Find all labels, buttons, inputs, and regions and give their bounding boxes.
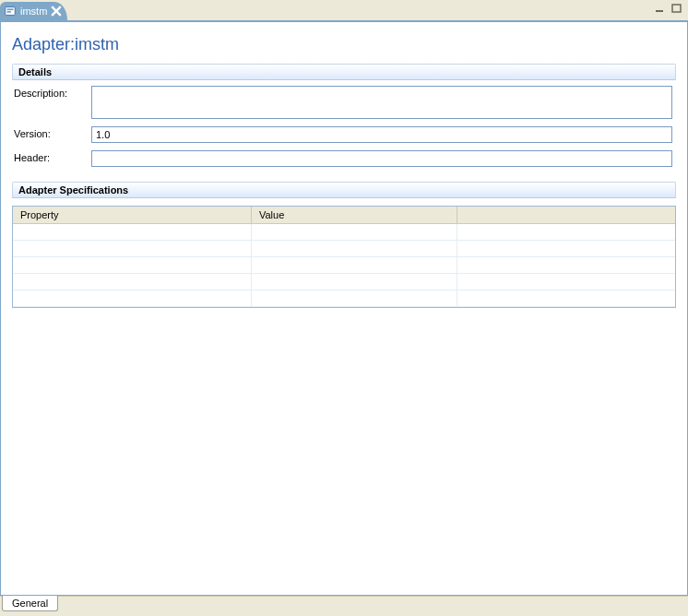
svg-rect-1 (7, 8, 14, 10)
svg-rect-6 (672, 5, 681, 12)
table-row[interactable] (13, 223, 675, 240)
tab-general[interactable]: General (2, 596, 58, 611)
maximize-icon[interactable] (670, 2, 684, 15)
svg-rect-5 (656, 10, 663, 12)
col-property[interactable]: Property (13, 207, 251, 223)
editor-pane: Adapter:imstm Details Description: Versi… (0, 20, 688, 596)
table-row[interactable] (13, 256, 675, 273)
bottom-tab-bar: General (0, 596, 688, 614)
version-label: Version: (14, 126, 86, 139)
adapter-file-icon (4, 5, 17, 18)
details-header: Details (12, 64, 676, 80)
col-value[interactable]: Value (251, 207, 457, 223)
editor-tab-bar: imstm (0, 0, 688, 20)
description-label: Description: (14, 86, 86, 99)
editor-tab-imstm[interactable]: imstm (0, 2, 67, 20)
close-icon[interactable] (51, 6, 62, 17)
specs-header: Adapter Specifications (12, 182, 676, 198)
header-label: Header: (14, 150, 86, 163)
editor-tab-label: imstm (20, 6, 47, 17)
table-row[interactable] (13, 240, 675, 256)
specs-table[interactable]: Property Value (13, 207, 675, 307)
details-section: Details Description: Version: Header: (12, 64, 676, 174)
minimize-icon[interactable] (653, 2, 668, 15)
specs-section: Adapter Specifications Property Value (12, 182, 676, 308)
col-blank[interactable] (457, 207, 675, 223)
svg-rect-2 (7, 11, 11, 13)
version-input[interactable] (91, 126, 672, 143)
table-row[interactable] (13, 290, 675, 306)
description-input[interactable] (91, 86, 672, 119)
header-input[interactable] (91, 150, 672, 167)
page-title: Adapter:imstm (12, 35, 676, 54)
table-row[interactable] (13, 273, 675, 290)
